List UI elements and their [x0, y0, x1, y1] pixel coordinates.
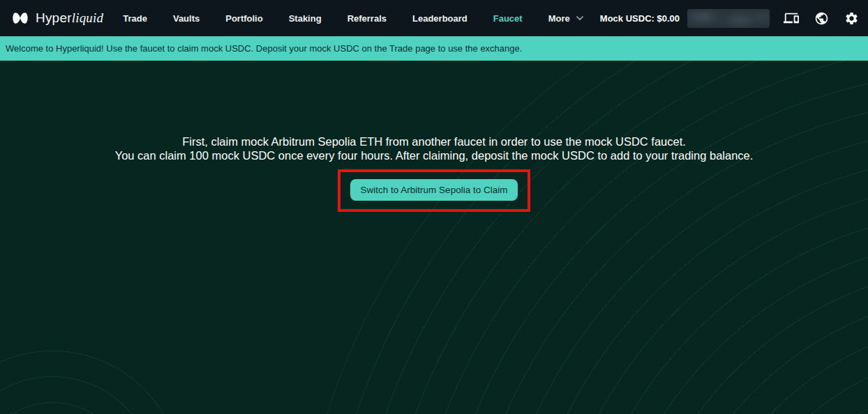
nav-more-label: More — [548, 13, 570, 24]
settings-button[interactable] — [843, 10, 860, 26]
devices-button[interactable] — [783, 10, 800, 26]
nav-item-faucet[interactable]: Faucet — [493, 13, 523, 24]
brand-name: Hyperliquid — [36, 10, 103, 26]
instructions-line-2: You can claim 100 mock USDC once every f… — [0, 148, 868, 162]
hyperliquid-logo[interactable]: Hyperliquid — [11, 10, 103, 26]
annotation-red-box: Switch to Arbitrum Sepolia to Claim — [338, 169, 531, 212]
main-nav: Trade Vaults Portfolio Staking Referrals… — [123, 13, 583, 24]
mock-usdc-balance: Mock USDC: $0.00 — [600, 13, 680, 24]
settings-icon — [844, 11, 859, 26]
hyperliquid-logo-icon — [11, 11, 29, 25]
welcome-banner-text: Welcome to Hyperliquid! Use the faucet t… — [6, 43, 522, 54]
background-arcs-right — [293, 61, 868, 414]
nav-item-trade[interactable]: Trade — [123, 13, 147, 24]
nav-item-vaults[interactable]: Vaults — [173, 13, 200, 24]
wallet-blur — [687, 9, 770, 28]
wallet-address-button[interactable] — [687, 9, 770, 28]
brand-hyper: Hyper — [36, 10, 72, 25]
nav-item-leaderboard[interactable]: Leaderboard — [412, 13, 467, 24]
main-content: First, claim mock Arbitrum Sepolia ETH f… — [0, 61, 868, 414]
switch-network-button[interactable]: Switch to Arbitrum Sepolia to Claim — [350, 179, 518, 201]
devices-icon — [784, 10, 799, 26]
globe-icon — [814, 11, 829, 26]
nav-item-staking[interactable]: Staking — [289, 13, 322, 24]
background-arcs-left — [0, 340, 192, 414]
faucet-instructions: First, claim mock Arbitrum Sepolia ETH f… — [0, 135, 868, 162]
top-nav: Hyperliquid Trade Vaults Portfolio Staki… — [0, 0, 868, 36]
nav-item-more[interactable]: More — [548, 13, 584, 24]
nav-item-portfolio[interactable]: Portfolio — [225, 13, 262, 24]
language-globe-button[interactable] — [813, 10, 830, 26]
welcome-banner: Welcome to Hyperliquid! Use the faucet t… — [0, 36, 868, 61]
instructions-line-1: First, claim mock Arbitrum Sepolia ETH f… — [0, 135, 868, 148]
nav-item-referrals[interactable]: Referrals — [347, 13, 387, 24]
chevron-down-icon — [576, 15, 584, 21]
brand-liquid: liquid — [72, 10, 104, 25]
